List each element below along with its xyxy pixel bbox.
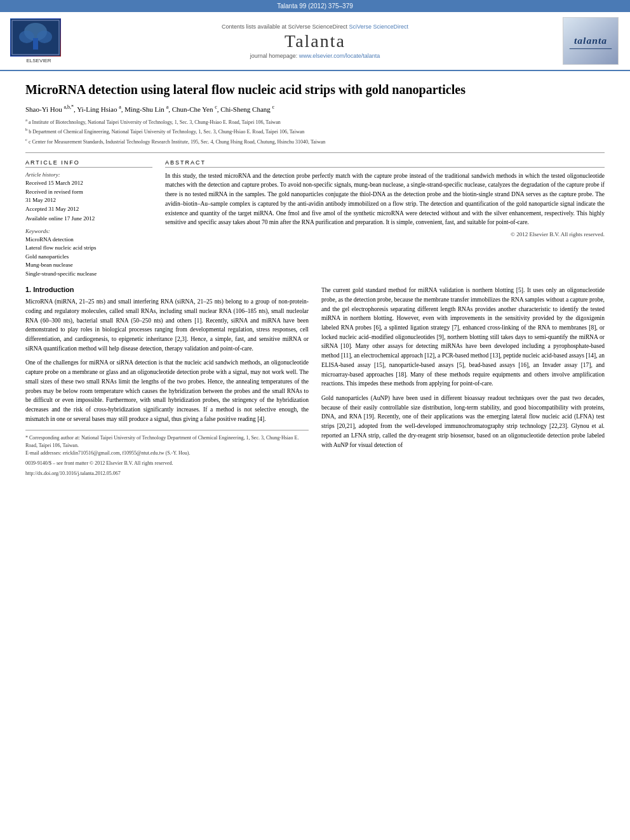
intro-paragraph-2: One of the challenges for miRNA or siRNA… [25, 358, 309, 423]
elsevier-logo: ELSEVIER [10, 18, 67, 63]
accepted-date: Accepted 31 May 2012 [25, 205, 152, 213]
section-title-intro: 1. Introduction [25, 286, 309, 293]
abstract-col: ABSTRACT In this study, the tested micro… [165, 159, 605, 278]
history-label: Article history: [25, 171, 152, 178]
journal-header: ELSEVIER Contents lists available at Sci… [0, 12, 630, 71]
sciverse-line: Contents lists available at SciVerse Sci… [74, 23, 556, 30]
corresponding-note: * Corresponding author at: National Taip… [25, 434, 309, 450]
svg-rect-5 [33, 38, 38, 50]
elsevier-image [10, 18, 61, 57]
svg-point-4 [37, 30, 52, 43]
email-note: E-mail addresses: ericklin710516@gmail.c… [25, 450, 309, 457]
journal-homepage: journal homepage: www.elsevier.com/locat… [74, 53, 556, 59]
abstract-text: In this study, the tested microRNA and t… [165, 171, 605, 227]
intro-paragraph-4: Gold nanoparticles (AuNP) have been used… [321, 394, 605, 450]
keyword-2: Lateral flow nucleic acid strips [25, 244, 152, 253]
keyword-1: MicroRNA detection [25, 236, 152, 244]
authors-line: Shao-Yi Hou a,b,*, Yi-Ling Hsiao a, Ming… [25, 104, 605, 113]
affiliations: a a Institute of Biotechnology, National… [25, 117, 605, 146]
divider [25, 152, 605, 153]
issn-line: 0039-9140/$ – see front matter © 2012 El… [25, 460, 309, 467]
keywords-list: MicroRNA detection Lateral flow nucleic … [25, 236, 152, 279]
abstract-header: ABSTRACT [165, 159, 605, 168]
available-date: Available online 17 June 2012 [25, 215, 152, 223]
doi-line: http://dx.doi.org/10.1016/j.talanta.2012… [25, 470, 309, 477]
received-date: Received 15 March 2012 [25, 179, 152, 187]
svg-point-3 [19, 30, 34, 43]
volume-info: Talanta 99 (2012) 375–379 [277, 3, 353, 10]
journal-center: Contents lists available at SciVerse Sci… [74, 23, 556, 59]
top-bar: Talanta 99 (2012) 375–379 [0, 0, 630, 12]
copyright: © 2012 Elsevier B.V. All rights reserved… [165, 231, 605, 237]
paper-title: MicroRNA detection using lateral flow nu… [25, 81, 605, 98]
paper-content: MicroRNA detection using lateral flow nu… [0, 71, 630, 490]
article-info-col: ARTICLE INFO Article history: Received 1… [25, 159, 152, 278]
article-info-header: ARTICLE INFO [25, 159, 152, 168]
keywords-label: Keywords: [25, 228, 152, 234]
talanta-cover: talanta [563, 17, 619, 65]
talanta-logo: talanta [563, 17, 620, 65]
svg-text:talanta: talanta [574, 35, 607, 46]
intro-paragraph-1: MicroRNA (miRNA, 21–25 nts) and small in… [25, 297, 309, 353]
revised-date: Received in revised form31 May 2012 [25, 188, 152, 204]
keyword-5: Single-strand-specific nuclease [25, 270, 152, 279]
article-info-abstract: ARTICLE INFO Article history: Received 1… [25, 159, 605, 278]
elsevier-text: ELSEVIER [10, 58, 67, 63]
footnote-area: * Corresponding author at: National Taip… [25, 430, 309, 477]
journal-title: Talanta [74, 31, 556, 51]
keyword-3: Gold nanoparticles [25, 253, 152, 262]
intro-paragraph-3: The current gold standard method for miR… [321, 286, 605, 389]
keyword-4: Mung-bean nuclease [25, 261, 152, 270]
body-left-col: 1. Introduction MicroRNA (miRNA, 21–25 n… [25, 286, 309, 477]
body-content: 1. Introduction MicroRNA (miRNA, 21–25 n… [25, 286, 605, 477]
body-right-col: The current gold standard method for miR… [321, 286, 605, 477]
